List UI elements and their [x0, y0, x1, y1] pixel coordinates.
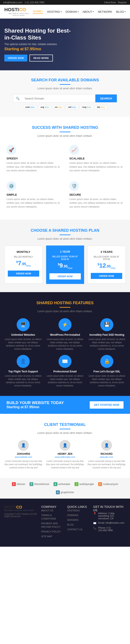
- search-icon: 🔍: [13, 94, 22, 102]
- testimonial-2-avatar: 👤: [59, 440, 71, 451]
- graphicher-icon: G: [56, 490, 60, 494]
- tld-row: .com$4/yr .org$6/yr .co$8/yr .net$5/yr +…: [4, 105, 126, 109]
- scalable-icon: 📈: [69, 145, 79, 155]
- dark-features-divider: [59, 307, 71, 308]
- cta-btn[interactable]: GET STARTED NOW: [90, 401, 123, 408]
- footer-email-text: Email: info@hostico.com: [98, 522, 124, 524]
- testimonial-1: 👤 JOHAHRIS www.website.com Lorem commodo…: [4, 440, 43, 469]
- dark-features-section: SHARED HOSTING FEATURES Lorem ipsum dolo…: [0, 292, 130, 396]
- secure-icon: 🛡️: [69, 181, 79, 191]
- dark-feature-support: 👤 Top Flight Tech Support Lorem ipsum do…: [4, 355, 42, 387]
- plans-title: CHOOSE A SHARED HOSTING PLAN: [4, 228, 126, 233]
- nav-hosting[interactable]: HOSTING ▾: [47, 10, 61, 14]
- domain-search-btn[interactable]: SEARCH: [95, 94, 117, 102]
- hero-content: Shared Hosting for Best-in-Class Sites T…: [4, 28, 71, 61]
- hero-read-btn[interactable]: READ MORE: [29, 54, 53, 62]
- nav-about-arrow: ▾: [93, 10, 94, 13]
- domain-search-input[interactable]: [22, 94, 95, 102]
- testimonial-2-name: HENRY JEN: [46, 452, 84, 456]
- top-bar-links: Client Area Register: [104, 1, 127, 4]
- ssd-title: Incredibly Fast SSD Hosting: [88, 333, 126, 336]
- dark-features-subtitle: Lorem ipsum dolor sit amet ultrm tritam …: [4, 310, 126, 313]
- hero-price-value: $7.95/mo: [25, 47, 41, 51]
- hero-order-btn[interactable]: ORDER NOW: [4, 54, 27, 62]
- testimonial-1-avatar: 👤: [18, 440, 29, 451]
- footer-quicklinks: QUICK LINKS HOSTINGS DOMAINS SERVERS BLO…: [67, 505, 89, 539]
- testimonial-3-name: RICHARD: [87, 452, 126, 456]
- plan-1year-price: $9.95/mo: [49, 262, 81, 270]
- support-title: Top Flight Tech Support: [4, 370, 42, 373]
- footer-link-contact: CONTACT US: [67, 528, 89, 531]
- plan-1year-billing: BILLED EVERY YEAR AT $119.40: [49, 256, 81, 260]
- nav-domain[interactable]: DOMAIN ▾: [66, 10, 79, 14]
- footer-contact: GET IN TOUCH WITH US 📍 Address: 2 skip s…: [93, 505, 126, 539]
- plans-highlight: SHARED HOSTING PLAN: [52, 228, 99, 232]
- top-bar-contact: info@hostico.com (+1) 123.456.7890: [3, 1, 44, 4]
- logo: HOSTICO RELIABLE HOSTING SOLUTIONS: [4, 7, 33, 16]
- footer-company-links: ABOUT US TERMS & CONDITIONS PAYMENT AND …: [41, 508, 63, 538]
- footer-quicklinks-title: QUICK LINKS: [67, 505, 89, 508]
- plan-1year-btn[interactable]: ORDER NOW: [49, 273, 81, 280]
- email-title: Professional Email: [46, 370, 84, 373]
- feature-speedy: 🚀 SPEEDY Lorem ipsum dolor sit amet, no …: [4, 143, 63, 175]
- nav-blog[interactable]: BLOG ▾: [116, 10, 126, 14]
- footer-link-domains: DOMAINS: [67, 513, 89, 517]
- logo-text-host: HOSTI: [4, 7, 19, 12]
- feature-scalable: 📈 SCALABLE Lorem ipsum dolor sit amet, n…: [67, 143, 126, 175]
- unlimited-websites-icon: 🖥️: [17, 318, 30, 331]
- secure-title: SECURE: [69, 193, 123, 196]
- testimonial-3-website: www.abc.com: [87, 456, 126, 458]
- nav-home[interactable]: HOME ▾: [33, 10, 43, 14]
- simple-text: Lorem ipsum dolor sit amet, no ultrism t…: [7, 198, 61, 209]
- footer-logo-sub: RELIABLE HOSTING SOLUTIONS: [4, 510, 37, 511]
- footer-link-about: ABOUT US: [41, 508, 63, 512]
- footer-link-privacy: PRIVACY POLICY: [41, 530, 63, 533]
- domain-search-bar: 🔍 SEARCH: [13, 94, 117, 102]
- email-text: Lorem ipsum dolor sit amet, no ultrism t…: [46, 374, 84, 387]
- plan-3years-billing: BILLED EVERY YEAR AT $70.40: [91, 256, 122, 260]
- themeforest-icon: T: [29, 482, 33, 486]
- scalable-text: Lorem ipsum dolor sit amet, no ultrism t…: [69, 161, 123, 172]
- hero-title: Shared Hosting for Best-in-Class Sites: [4, 28, 71, 41]
- domain-divider: [59, 84, 71, 85]
- footer-brand: HOSTICO RELIABLE HOSTING SOLUTIONS Copyr…: [4, 505, 37, 539]
- client-area-link[interactable]: Client Area: [104, 1, 116, 4]
- plan-monthly-billing: BILLED MONTHLY: [8, 256, 39, 258]
- cta-price-value: $7.95/mo: [25, 405, 39, 409]
- ssd-text: Lorem ipsum dolor sit amet, no ultrism t…: [88, 338, 126, 350]
- testimonials-section: CLIENT TESTIMONIAL Lorem ipsum dolor sit…: [0, 414, 130, 478]
- register-link[interactable]: Register: [118, 1, 127, 4]
- tld-net: .net$5/yr: [66, 105, 79, 109]
- ssl-icon: 🔒: [100, 355, 113, 368]
- logo-sub: RELIABLE HOSTING SOLUTIONS: [4, 12, 33, 16]
- testimonial-3-text: Lorem commodo raving to accuse that they…: [87, 460, 126, 469]
- cta-price: Starting at $7.95/mo: [7, 405, 64, 409]
- plan-monthly-btn[interactable]: ORDER NOW: [8, 270, 39, 276]
- nav-about[interactable]: ABOUT ▾: [83, 10, 94, 14]
- domain-title-highlight: AVAILABLE DOMAINS: [58, 78, 99, 82]
- plans-grid: MONTHLY BILLED MONTHLY $7.95/mo ORDER NO…: [4, 246, 126, 284]
- plan-monthly-price: $7.95/mo: [8, 260, 39, 267]
- support-text: Lorem ipsum dolor sit amet, no ultrism t…: [4, 374, 42, 387]
- dark-features-highlight: FEATURES: [73, 301, 94, 305]
- success-label: SUCCESS: [32, 125, 51, 130]
- tld-plus-org: +org$6/yr: [80, 105, 93, 109]
- testimonials-divider: [59, 429, 71, 429]
- footer-company-title: COMPANY: [41, 505, 63, 508]
- nav-home-arrow: ▾: [42, 10, 43, 12]
- nav-network[interactable]: NETWORK: [98, 10, 112, 14]
- dark-features-label: SHARED HOSTING: [36, 301, 72, 305]
- plan-3years-btn[interactable]: ORDER NOW: [91, 273, 122, 279]
- hero-subtitle: The optimal solution for fast, reliable …: [4, 43, 71, 46]
- success-highlight: WITH SHARED HOSTING: [52, 125, 98, 130]
- logo-text-ico: CO: [19, 7, 26, 12]
- ssl-text: Lorem ipsum dolor sit amet, no ultrism t…: [88, 374, 126, 387]
- footer-top: HOSTICO RELIABLE HOSTING SOLUTIONS Copyr…: [4, 505, 126, 539]
- partners-section: S siteran T themeforest A activedan J au…: [0, 478, 130, 498]
- unlimited-websites-text: Lorem ipsum dolor sit amet, no ultrism t…: [4, 338, 42, 350]
- email-icon: ✉️: [58, 355, 72, 368]
- hero-section: Shared Hosting for Best-in-Class Sites T…: [0, 18, 130, 70]
- success-section: SUCCESS WITH SHARED HOSTING Lorem ipsum …: [0, 117, 130, 220]
- partner-codecanyon: C codecanyon: [98, 482, 118, 486]
- testimonials-grid: 👤 JOHAHRIS www.website.com Lorem commodo…: [4, 440, 126, 469]
